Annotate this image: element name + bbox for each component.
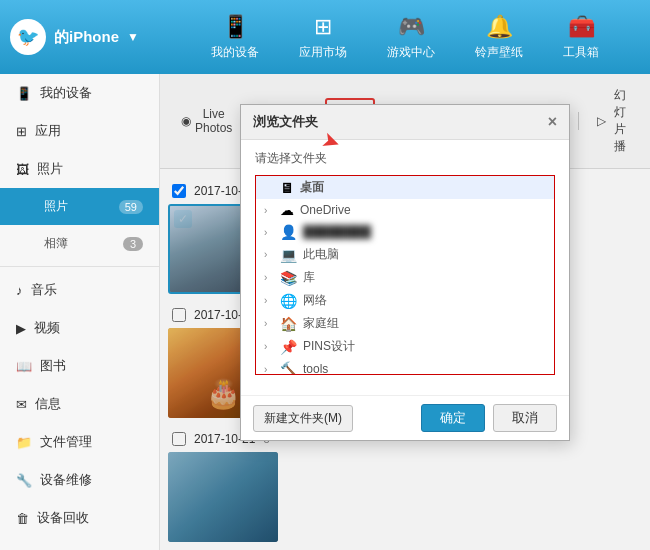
file-tree-item-user[interactable]: › 👤 ████████ [256,221,554,243]
dialog-btn-group: 确定 取消 [421,404,557,432]
dialog-title-bar: 浏览文件夹 × [241,105,569,140]
nav-item-game-center[interactable]: 🎮 游戏中心 [367,6,455,69]
sidebar-item-recycle[interactable]: 🗑 设备回收 [0,499,159,537]
nav-item-ringtone[interactable]: 🔔 铃声壁纸 [455,6,543,69]
chevron-tools-icon: › [264,364,274,375]
nav-label-game: 游戏中心 [387,44,435,61]
pins-icon: 📌 [280,339,297,355]
sidebar-item-photos[interactable]: 🖼 照片 [0,150,159,188]
photos-sidebar-icon: 🖼 [16,162,29,177]
apps-sidebar-icon: ⊞ [16,124,27,139]
recycle-sidebar-icon: 🗑 [16,511,29,526]
sidebar-item-music[interactable]: ♪ 音乐 [0,271,159,309]
music-sidebar-icon: ♪ [16,283,23,298]
chevron-onedrive-icon: › [264,205,274,216]
chevron-user-icon: › [264,227,274,238]
browse-folder-dialog: 浏览文件夹 × 请选择文件夹 🖥 桌面 › ☁ [240,104,570,441]
sidebar-item-apps[interactable]: ⊞ 应用 [0,112,159,150]
nav-item-my-device[interactable]: 📱 我的设备 [191,6,279,69]
sidebar-item-files[interactable]: 📁 文件管理 [0,423,159,461]
library-icon: 📚 [280,270,297,286]
desktop-folder-icon: 🖥 [280,180,294,196]
nav-label-app-market: 应用市场 [299,44,347,61]
game-icon: 🎮 [398,14,425,40]
sidebar-label-video: 视频 [34,319,60,337]
file-tree-item-onedrive[interactable]: › ☁ OneDrive [256,199,554,221]
onedrive-icon: ☁ [280,202,294,218]
chevron-homegroup-icon: › [264,318,274,329]
sidebar-item-my-device[interactable]: 📱 我的设备 [0,74,159,112]
file-item-tools: tools [303,362,546,375]
ringtone-icon: 🔔 [486,14,513,40]
repair-sidebar-icon: 🔧 [16,473,32,488]
file-tree-item-homegroup[interactable]: › 🏠 家庭组 [256,312,554,335]
file-tree[interactable]: 🖥 桌面 › ☁ OneDrive › 👤 ████████ [255,175,555,375]
dialog-footer: 新建文件夹(M) 确定 取消 [241,395,569,440]
dialog-title: 浏览文件夹 [253,113,318,131]
nav-label-toolbox: 工具箱 [563,44,599,61]
device-sidebar-icon: 📱 [16,86,32,101]
app-logo-icon: 🐦 [10,19,46,55]
messages-sidebar-icon: ✉ [16,397,27,412]
sidebar-item-repair[interactable]: 🔧 设备维修 [0,461,159,499]
files-sidebar-icon: 📁 [16,435,32,450]
network-icon: 🌐 [280,293,297,309]
sidebar-label-books: 图书 [40,357,66,375]
device-name-label: 的iPhone [54,28,119,47]
top-bar: 🐦 的iPhone ▼ 📱 我的设备 ⊞ 应用市场 🎮 游戏中心 🔔 铃声壁纸 … [0,0,650,74]
nav-label-my-device: 我的设备 [211,44,259,61]
file-item-library: 库 [303,269,546,286]
user-folder-icon: 👤 [280,224,297,240]
sidebar-label-apps: 应用 [35,122,61,140]
confirm-button[interactable]: 确定 [421,404,485,432]
file-tree-item-network[interactable]: › 🌐 网络 [256,289,554,312]
toolbox-icon: 🧰 [568,14,595,40]
nav-item-app-market[interactable]: ⊞ 应用市场 [279,6,367,69]
chevron-network-icon: › [264,295,274,306]
sidebar-label-repair: 设备维修 [40,471,92,489]
file-item-network: 网络 [303,292,546,309]
chevron-thispc-icon: › [264,249,274,260]
sidebar-item-books[interactable]: 📖 图书 [0,347,159,385]
file-tree-item-tools[interactable]: › 🔨 tools [256,358,554,375]
video-sidebar-icon: ▶ [16,321,26,336]
sidebar-label-music: 音乐 [31,281,57,299]
file-item-pins: PINS设计 [303,338,546,355]
device-logo[interactable]: 🐦 的iPhone ▼ [10,19,170,55]
sidebar-label-files: 文件管理 [40,433,92,451]
device-icon: 📱 [222,14,249,40]
cancel-button[interactable]: 取消 [493,404,557,432]
file-item-onedrive: OneDrive [300,203,546,217]
sidebar-label-album: 相簿 [44,235,68,252]
sidebar-label-messages: 信息 [35,395,61,413]
file-item-homegroup: 家庭组 [303,315,546,332]
file-item-user: ████████ [303,225,546,239]
file-tree-item-library[interactable]: › 📚 库 [256,266,554,289]
top-navigation: 📱 我的设备 ⊞ 应用市场 🎮 游戏中心 🔔 铃声壁纸 🧰 工具箱 [170,6,640,69]
new-folder-button[interactable]: 新建文件夹(M) [253,405,353,432]
chevron-pins-icon: › [264,341,274,352]
file-item-desktop: 桌面 [300,179,546,196]
sidebar-item-messages[interactable]: ✉ 信息 [0,385,159,423]
sidebar-label-photos: 照片 [37,160,63,178]
sidebar-label-my-device: 我的设备 [40,84,92,102]
nav-item-toolbox[interactable]: 🧰 工具箱 [543,6,619,69]
chevron-library-icon: › [264,272,274,283]
file-item-thispc: 此电脑 [303,246,546,263]
photos-badge: 59 [119,200,143,214]
file-tree-item-thispc[interactable]: › 💻 此电脑 [256,243,554,266]
sidebar-item-video[interactable]: ▶ 视频 [0,309,159,347]
main-layout: 📱 我的设备 ⊞ 应用 🖼 照片 照片 59 相簿 3 ♪ 音乐 ▶ 视 [0,74,650,550]
app-market-icon: ⊞ [314,14,332,40]
dropdown-arrow-icon[interactable]: ▼ [127,30,139,44]
dialog-body: 请选择文件夹 🖥 桌面 › ☁ OneDrive [241,140,569,395]
dialog-overlay: ➤ 浏览文件夹 × 请选择文件夹 🖥 桌面 [160,74,650,550]
sidebar-item-photos-sub[interactable]: 照片 59 [0,188,159,225]
content-area: ◉ Live Photos ☑ 导入 ↗ 导出 ✕ 删除 ↻ 刷新 [160,74,650,550]
album-badge: 3 [123,237,143,251]
sidebar-item-album[interactable]: 相簿 3 [0,225,159,262]
dialog-prompt: 请选择文件夹 [255,150,555,167]
dialog-close-button[interactable]: × [548,114,557,130]
file-tree-item-pins[interactable]: › 📌 PINS设计 [256,335,554,358]
file-tree-item-desktop[interactable]: 🖥 桌面 [256,176,554,199]
